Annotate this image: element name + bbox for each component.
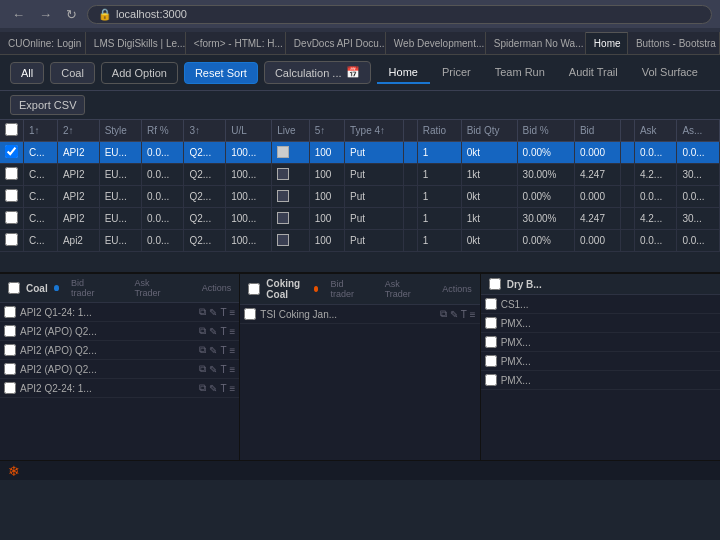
list-icon[interactable]: ≡: [229, 345, 235, 356]
panel-list-item[interactable]: PMX...: [481, 371, 720, 390]
panel-coal-checkbox[interactable]: [8, 282, 20, 294]
list-icon[interactable]: ≡: [229, 383, 235, 394]
browser-tab-6[interactable]: Home: [586, 32, 628, 54]
browser-tab-3[interactable]: DevDocs API Docu...: [286, 32, 386, 54]
browser-tab-1[interactable]: LMS DigiSkills | Le...: [86, 32, 186, 54]
col-ratio[interactable]: Ratio: [417, 120, 461, 142]
reset-sort-button[interactable]: Reset Sort: [184, 62, 258, 84]
panel-list-item[interactable]: API2 (APO) Q2... ⧉ ✎ T ≡: [0, 341, 239, 360]
tab-audit-trail[interactable]: Audit Trail: [557, 62, 630, 84]
forward-button[interactable]: →: [35, 5, 56, 24]
col-2[interactable]: 2↑: [57, 120, 99, 142]
t-icon[interactable]: T: [220, 307, 226, 318]
row-checkbox-cell[interactable]: [0, 208, 24, 230]
panel-dry-checkbox[interactable]: [489, 278, 501, 290]
live-checkbox[interactable]: [277, 212, 289, 224]
tab-vol-surface[interactable]: Vol Surface: [630, 62, 710, 84]
panel-list-item[interactable]: PMX...: [481, 333, 720, 352]
calculation-button[interactable]: Calculation ... 📅: [264, 61, 371, 84]
list-icon[interactable]: ≡: [229, 364, 235, 375]
row-live[interactable]: [272, 142, 309, 164]
col-bid[interactable]: Bid: [574, 120, 620, 142]
col-ul[interactable]: U/L: [226, 120, 272, 142]
row-checkbox[interactable]: [5, 211, 18, 224]
select-all-checkbox[interactable]: [5, 123, 18, 136]
list-icon[interactable]: ≡: [470, 309, 476, 320]
col-3[interactable]: 3↑: [184, 120, 226, 142]
panel-list-item[interactable]: PMX...: [481, 314, 720, 333]
browser-tab-5[interactable]: Spiderman No Wa...: [486, 32, 586, 54]
panel-row-checkbox[interactable]: [485, 317, 497, 329]
t-icon[interactable]: T: [220, 383, 226, 394]
t-icon[interactable]: T: [220, 364, 226, 375]
t-icon[interactable]: T: [220, 345, 226, 356]
table-row[interactable]: C... Api2 EU... 0.0... Q2... 100... 100 …: [0, 230, 720, 252]
back-button[interactable]: ←: [8, 5, 29, 24]
panel-list-item[interactable]: API2 Q1-24: 1... ⧉ ✎ T ≡: [0, 303, 239, 322]
export-csv-button[interactable]: Export CSV: [10, 95, 85, 115]
table-row[interactable]: C... API2 EU... 0.0... Q2... 100... 100 …: [0, 142, 720, 164]
address-bar[interactable]: 🔒 localhost:3000: [87, 5, 712, 24]
panel-list-item[interactable]: TSI Coking Jan... ⧉ ✎ T ≡: [240, 305, 479, 324]
copy-icon[interactable]: ⧉: [440, 308, 447, 320]
list-icon[interactable]: ≡: [229, 307, 235, 318]
panel-list-item[interactable]: API2 Q2-24: 1... ⧉ ✎ T ≡: [0, 379, 239, 398]
reload-button[interactable]: ↻: [62, 5, 81, 24]
coal-button[interactable]: Coal: [50, 62, 95, 84]
browser-tab-2[interactable]: <form> - HTML: H...: [186, 32, 286, 54]
panel-row-checkbox[interactable]: [485, 336, 497, 348]
row-checkbox[interactable]: [5, 233, 18, 246]
panel-list-item[interactable]: API2 (APO) Q2... ⧉ ✎ T ≡: [0, 360, 239, 379]
panel-row-checkbox[interactable]: [4, 306, 16, 318]
tab-pricer[interactable]: Pricer: [430, 62, 483, 84]
row-checkbox-cell[interactable]: [0, 230, 24, 252]
panel-list-item[interactable]: CS1...: [481, 295, 720, 314]
col-rf[interactable]: Rf %: [142, 120, 184, 142]
panel-coking-checkbox[interactable]: [248, 283, 260, 295]
edit-icon[interactable]: ✎: [209, 326, 217, 337]
copy-icon[interactable]: ⧉: [199, 325, 206, 337]
col-type[interactable]: Type 4↑: [345, 120, 404, 142]
col-ask[interactable]: Ask: [634, 120, 676, 142]
row-checkbox-cell[interactable]: [0, 186, 24, 208]
edit-icon[interactable]: ✎: [209, 364, 217, 375]
row-checkbox[interactable]: [5, 145, 18, 158]
row-live[interactable]: [272, 208, 309, 230]
col-bid-pct[interactable]: Bid %: [517, 120, 574, 142]
row-checkbox-cell[interactable]: [0, 164, 24, 186]
row-checkbox[interactable]: [5, 167, 18, 180]
row-checkbox-cell[interactable]: [0, 142, 24, 164]
t-icon[interactable]: T: [220, 326, 226, 337]
panel-row-checkbox[interactable]: [485, 355, 497, 367]
live-checkbox[interactable]: [277, 168, 289, 180]
panel-row-checkbox[interactable]: [4, 382, 16, 394]
row-live[interactable]: [272, 164, 309, 186]
col-live[interactable]: Live: [272, 120, 309, 142]
t-icon[interactable]: T: [461, 309, 467, 320]
panel-row-checkbox[interactable]: [485, 374, 497, 386]
all-button[interactable]: All: [10, 62, 44, 84]
panel-row-checkbox[interactable]: [4, 363, 16, 375]
live-checkbox[interactable]: [277, 234, 289, 246]
col-1[interactable]: 1↑: [24, 120, 58, 142]
col-as[interactable]: As...: [677, 120, 720, 142]
table-row[interactable]: C... API2 EU... 0.0... Q2... 100... 100 …: [0, 164, 720, 186]
tab-home[interactable]: Home: [377, 62, 430, 84]
edit-icon[interactable]: ✎: [209, 383, 217, 394]
col-5[interactable]: 5↑: [309, 120, 344, 142]
panel-row-checkbox[interactable]: [485, 298, 497, 310]
live-checkbox[interactable]: [277, 146, 289, 158]
col-bid-qty[interactable]: Bid Qty: [461, 120, 517, 142]
panel-list-item[interactable]: API2 (APO) Q2... ⧉ ✎ T ≡: [0, 322, 239, 341]
edit-icon[interactable]: ✎: [209, 345, 217, 356]
panel-row-checkbox[interactable]: [244, 308, 256, 320]
browser-tab-4[interactable]: Web Development...: [386, 32, 486, 54]
panel-row-checkbox[interactable]: [4, 325, 16, 337]
tab-team-run[interactable]: Team Run: [483, 62, 557, 84]
copy-icon[interactable]: ⧉: [199, 306, 206, 318]
row-live[interactable]: [272, 230, 309, 252]
add-option-button[interactable]: Add Option: [101, 62, 178, 84]
row-live[interactable]: [272, 186, 309, 208]
edit-icon[interactable]: ✎: [209, 307, 217, 318]
copy-icon[interactable]: ⧉: [199, 382, 206, 394]
